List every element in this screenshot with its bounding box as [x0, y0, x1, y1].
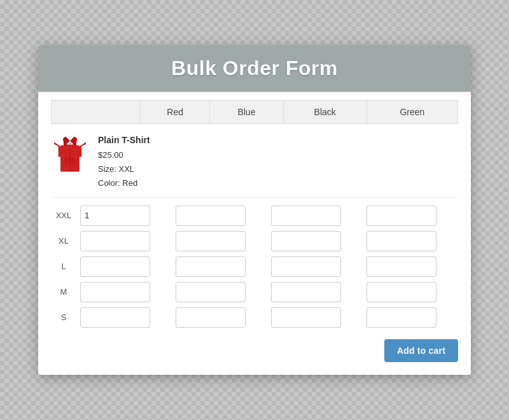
qty-cell-l-green: [363, 254, 458, 279]
bulk-order-modal: Bulk Order Form Red Blue Black Green: [38, 45, 471, 374]
qty-cell-m-black: [267, 279, 363, 305]
qty-cell-xl-blue: [172, 228, 267, 254]
qty-cell-s-green: [363, 305, 458, 330]
qty-cell-m-blue: [172, 279, 267, 305]
qty-input-m-red[interactable]: [80, 282, 150, 302]
footer-row: Add to cart: [51, 330, 458, 362]
size-label-xl: XL: [51, 228, 76, 254]
size-row-l: L: [51, 254, 458, 279]
quantity-grid-table: XXL XL: [51, 203, 458, 330]
modal-body: Red Blue Black Green: [38, 92, 471, 374]
qty-cell-xxl-black: [267, 203, 363, 228]
size-label-m: M: [51, 279, 76, 305]
qty-input-m-black[interactable]: [271, 282, 341, 302]
qty-input-xxl-red[interactable]: [80, 206, 150, 226]
modal-header: Bulk Order Form: [38, 45, 471, 92]
qty-input-xl-blue[interactable]: [176, 231, 246, 251]
qty-cell-l-red: [76, 254, 172, 279]
svg-rect-4: [65, 158, 76, 165]
qty-input-s-black[interactable]: [271, 307, 341, 328]
color-header-green: Green: [366, 101, 457, 124]
qty-cell-l-blue: [172, 254, 267, 279]
color-header-red: Red: [141, 101, 210, 124]
qty-input-xxl-blue[interactable]: [176, 206, 246, 226]
tshirt-icon: [54, 136, 86, 174]
qty-input-xxl-black[interactable]: [271, 206, 341, 226]
qty-cell-m-red: [76, 279, 172, 305]
qty-cell-xxl-green: [363, 203, 458, 228]
size-row-xl: XL: [51, 228, 458, 254]
size-row-xxl: XXL: [51, 203, 458, 228]
qty-cell-m-green: [363, 279, 458, 305]
qty-cell-xl-black: [267, 228, 363, 254]
product-name: Plain T-Shirt: [98, 133, 150, 148]
qty-cell-xl-red: [76, 228, 172, 254]
size-row-s: S: [51, 305, 458, 330]
size-row-m: M: [51, 279, 458, 305]
qty-cell-l-black: [267, 254, 363, 279]
qty-input-s-blue[interactable]: [176, 307, 246, 328]
qty-input-m-blue[interactable]: [176, 282, 246, 302]
size-label-l: L: [51, 254, 76, 279]
color-header-blue: Blue: [210, 101, 283, 124]
page-title: Bulk Order Form: [51, 57, 458, 80]
qty-cell-s-black: [267, 305, 363, 330]
qty-input-m-green[interactable]: [366, 282, 436, 302]
qty-cell-s-red: [76, 305, 172, 330]
qty-input-xl-red[interactable]: [80, 231, 150, 251]
qty-input-xl-green[interactable]: [366, 231, 436, 251]
qty-input-s-red[interactable]: [80, 307, 150, 328]
qty-input-xxl-green[interactable]: [366, 206, 436, 226]
product-price: $25.00: [98, 148, 150, 162]
size-label-s: S: [51, 305, 76, 330]
qty-cell-xl-green: [363, 228, 458, 254]
add-to-cart-button[interactable]: Add to cart: [384, 339, 458, 362]
product-details: Plain T-Shirt $25.00 Size: XXL Color: Re…: [98, 133, 150, 190]
qty-input-l-red[interactable]: [80, 256, 150, 277]
color-header-wrapper: Red Blue Black Green: [51, 100, 458, 124]
qty-cell-xxl-red: [76, 203, 172, 228]
qty-input-xl-black[interactable]: [271, 231, 341, 251]
color-header-table: Red Blue Black Green: [51, 100, 458, 124]
qty-input-l-black[interactable]: [271, 256, 341, 277]
qty-cell-xxl-blue: [172, 203, 267, 228]
product-color: Color: Red: [98, 176, 150, 190]
product-info-section: Plain T-Shirt $25.00 Size: XXL Color: Re…: [51, 124, 458, 197]
color-header-black: Black: [283, 101, 366, 124]
qty-cell-s-blue: [172, 305, 267, 330]
product-image: [51, 133, 89, 178]
product-size: Size: XXL: [98, 162, 150, 176]
qty-input-l-blue[interactable]: [176, 256, 246, 277]
header-empty-cell: [52, 101, 141, 124]
qty-input-l-green[interactable]: [366, 256, 436, 277]
size-label-xxl: XXL: [51, 203, 76, 228]
qty-input-s-green[interactable]: [366, 307, 436, 328]
